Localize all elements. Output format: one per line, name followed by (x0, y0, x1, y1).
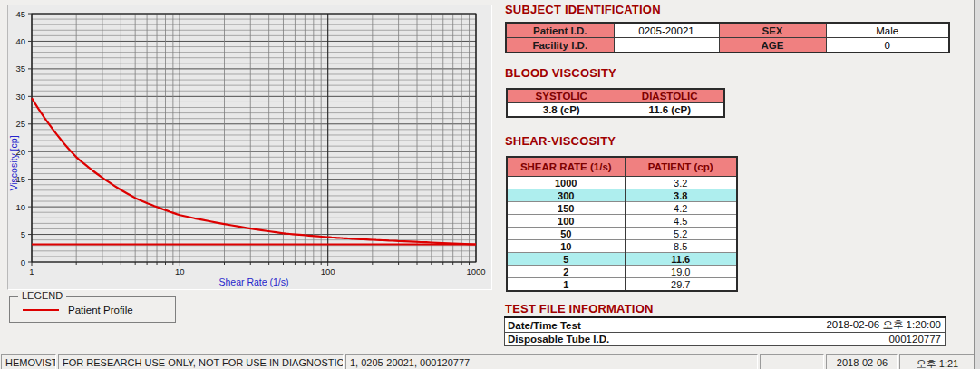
shear-patient-cell: 5.2 (625, 228, 737, 240)
shear-rate-cell: 300 (507, 189, 625, 202)
svg-text:25: 25 (15, 119, 25, 129)
status-spacer (760, 354, 824, 369)
test-file-label: Disposable Tube I.D. (505, 333, 733, 346)
patient-profile-line-swatch (23, 309, 59, 311)
svg-text:Viscosity [cp]: Viscosity [cp] (8, 135, 19, 190)
shear-patient-cell: 19.0 (625, 266, 737, 278)
shear-rate-cell: 100 (507, 215, 625, 228)
test-file-label: Date/Time Test (505, 317, 733, 333)
subject-value: 0205-20021 (614, 23, 719, 38)
svg-text:10: 10 (175, 267, 185, 277)
subject-label: Facility I.D. (506, 38, 614, 53)
subject-value (614, 38, 719, 53)
subject-identification-title: SUBJECT IDENTIFICATION (505, 3, 661, 16)
test-file-information-title: TEST FILE INFORMATION (505, 302, 654, 316)
shear-row: 511.6 (507, 253, 737, 266)
blood-diastolic-value: 11.6 (cP) (616, 103, 724, 118)
test-file-value: 000120777 (733, 333, 946, 346)
shear-patient-cell: 4.2 (625, 202, 737, 215)
shear-row: 219.0 (507, 266, 737, 278)
viscosity-chart: 0510152025303540451101001000Shear Rate (… (8, 5, 490, 287)
shear-patient-cell: 29.7 (625, 278, 737, 292)
legend-entry: Patient Profile (23, 305, 133, 316)
subject-row: Patient I.D.0205-20021SEXMale (506, 23, 949, 38)
svg-text:30: 30 (15, 92, 25, 102)
legend-caption: LEGEND (18, 290, 66, 301)
shear-patient-cell: 3.2 (625, 177, 737, 189)
shear-patient-cell: 8.5 (625, 240, 737, 253)
shear-row: 1004.5 (507, 215, 737, 228)
shear-patient-cell: 11.6 (625, 253, 737, 266)
subject-value: Male (826, 23, 949, 38)
legend-box: LEGEND Patient Profile (9, 296, 176, 323)
svg-text:45: 45 (15, 9, 25, 19)
blood-systolic-value: 3.8 (cP) (507, 103, 616, 118)
shear-row: 108.5 (507, 240, 737, 253)
subject-row: Facility I.D.AGE0 (506, 38, 949, 53)
shear-rate-cell: 1000 (507, 177, 625, 189)
subject-label: AGE (719, 38, 826, 53)
window-right-edge (974, 0, 980, 369)
blood-header-systolic: SYSTOLIC (507, 89, 616, 103)
svg-text:Shear Rate (1/s): Shear Rate (1/s) (218, 277, 288, 287)
status-bar: HEMOVISTER FOR RESEARCH USE ONLY, NOT FO… (0, 354, 980, 369)
shear-rate-cell: 2 (507, 266, 625, 278)
shear-rate-cell: 150 (507, 202, 625, 215)
svg-text:10: 10 (15, 202, 25, 212)
test-file-row: Date/Time Test2018-02-06 오후 1:20:00 (505, 317, 946, 333)
viscosity-chart-panel: 0510152025303540451101001000Shear Rate (… (7, 5, 492, 290)
svg-text:1: 1 (29, 267, 34, 277)
shear-header-patient: PATIENT (cp) (625, 157, 737, 177)
test-file-row: Disposable Tube I.D.000120777 (505, 333, 946, 346)
svg-text:40: 40 (15, 36, 25, 46)
shear-row: 505.2 (507, 228, 737, 240)
shear-rate-cell: 10 (507, 240, 625, 253)
svg-text:100: 100 (321, 267, 335, 277)
shear-header-rate: SHEAR RATE (1/s) (507, 157, 625, 177)
blood-viscosity-title: BLOOD VISCOSITY (505, 66, 616, 80)
status-date: 2018-02-06 (826, 354, 898, 369)
subject-identification-table: Patient I.D.0205-20021SEXMaleFacility I.… (505, 22, 950, 53)
svg-text:0: 0 (21, 257, 25, 267)
shear-patient-cell: 4.5 (625, 215, 737, 228)
status-disclaimer: FOR RESEARCH USE ONLY, NOT FOR USE IN DI… (58, 354, 344, 369)
shear-viscosity-title: SHEAR-VISCOSITY (505, 134, 616, 148)
test-file-information-table: Date/Time Test2018-02-06 오후 1:20:00Dispo… (504, 316, 946, 346)
status-app-name: HEMOVISTER (1, 354, 56, 369)
svg-text:5: 5 (21, 229, 25, 239)
subject-value: 0 (826, 38, 949, 53)
shear-row: 1504.2 (507, 202, 737, 215)
shear-row: 129.7 (507, 278, 737, 292)
blood-header-diastolic: DIASTOLIC (616, 89, 724, 103)
shear-row: 10003.2 (507, 177, 737, 189)
shear-rate-cell: 1 (507, 278, 625, 292)
subject-label: SEX (719, 23, 826, 38)
subject-label: Patient I.D. (506, 23, 614, 38)
test-file-value: 2018-02-06 오후 1:20:00 (733, 317, 946, 333)
shear-rate-cell: 5 (507, 253, 625, 266)
shear-row: 3003.8 (507, 189, 737, 202)
legend-entry-label: Patient Profile (68, 305, 133, 316)
status-time: 오후 1:21 (899, 354, 975, 369)
svg-text:35: 35 (15, 63, 25, 73)
svg-text:1000: 1000 (466, 267, 485, 277)
status-file-info: 1, 0205-20021, 000120777 (345, 354, 758, 369)
shear-patient-cell: 3.8 (625, 189, 737, 202)
shear-rate-cell: 50 (507, 228, 625, 240)
shear-viscosity-table: SHEAR RATE (1/s) PATIENT (cp) 10003.2300… (506, 156, 738, 292)
blood-viscosity-table: SYSTOLIC DIASTOLIC 3.8 (cP) 11.6 (cP) (506, 88, 725, 118)
